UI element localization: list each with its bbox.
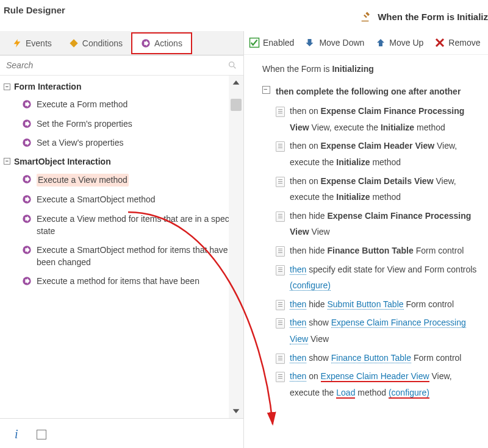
scroll-thumb[interactable] xyxy=(231,99,242,111)
move-up-button[interactable]: Move Up xyxy=(375,37,423,48)
tab-events[interactable]: Events xyxy=(4,34,60,53)
tree-item-label: Execute a View method for items that are… xyxy=(37,213,241,237)
tab-actions-label: Actions xyxy=(154,38,182,48)
tree-item-label: Set a View's properties xyxy=(37,137,124,149)
step-icon xyxy=(276,141,285,152)
step-icon xyxy=(276,177,285,187)
tree: −Form InteractionExecute a Form methodSe… xyxy=(0,76,243,293)
step-icon xyxy=(276,300,285,310)
left-panel: Events Conditions Actions −Form Interact… xyxy=(0,31,244,448)
scrollbar[interactable] xyxy=(229,76,243,418)
group-label: SmartObject Interaction xyxy=(14,157,111,166)
tree-item-label: Execute a Form method xyxy=(37,99,127,111)
rule-link[interactable]: then xyxy=(290,299,306,310)
svg-line-2 xyxy=(234,66,235,68)
tree-item-label: Execute a SmartObject method xyxy=(37,194,156,206)
tab-conditions-label: Conditions xyxy=(82,38,123,48)
tree-group-header[interactable]: −Form Interaction xyxy=(4,78,243,95)
enabled-label: Enabled xyxy=(263,38,294,48)
then-block: then complete the following one after an… xyxy=(262,84,479,402)
tree-group-header[interactable]: −SmartObject Interaction xyxy=(4,153,243,170)
rule-link[interactable]: Finance Button Table xyxy=(331,353,411,363)
tree-item-label: Execute a SmartObject method for items t… xyxy=(37,244,241,268)
rule-link[interactable]: Submit Button Table xyxy=(328,299,404,310)
rule-step[interactable]: then on Expense Claim Header View View, … xyxy=(276,367,479,402)
rule-step[interactable]: then specify edit state for View and For… xyxy=(276,260,479,295)
rule-link[interactable]: then xyxy=(290,353,306,363)
step-text: then show Finance Button Table Form cont… xyxy=(290,350,479,366)
tree-item[interactable]: Execute a SmartObject method for items t… xyxy=(4,241,243,272)
rule-link[interactable]: (configure) xyxy=(389,388,429,399)
step-icon xyxy=(276,246,285,257)
rule-link[interactable]: then xyxy=(290,265,306,275)
rule-step[interactable]: then hide Expense Claim Finance Processi… xyxy=(276,207,479,241)
search-icon[interactable] xyxy=(228,60,237,70)
tree-item[interactable]: Set the Form's properties xyxy=(4,115,243,134)
rule-title: When the Form is Initializing xyxy=(262,61,479,77)
then-header: then complete the following one after an… xyxy=(276,84,479,100)
tab-actions[interactable]: Actions xyxy=(131,32,192,54)
rule-step[interactable]: then show Expense Claim Finance Processi… xyxy=(276,313,479,348)
tree-item[interactable]: Set a View's properties xyxy=(4,133,243,153)
tree-item[interactable]: Execute a Form method xyxy=(4,95,243,115)
step-icon xyxy=(276,107,285,117)
tree-item[interactable]: Execute a View method xyxy=(4,170,243,191)
scroll-down-icon[interactable] xyxy=(229,404,243,418)
rule-link[interactable]: (configure) xyxy=(290,280,331,291)
steps-list: then on Expense Claim Finance Processing… xyxy=(276,102,479,402)
step-text: then on Expense Claim Finance Processing… xyxy=(290,103,479,135)
rule-step[interactable]: then on Expense Claim Finance Processing… xyxy=(276,102,479,137)
move-up-icon xyxy=(375,37,386,48)
square-icon[interactable] xyxy=(37,430,46,439)
rule-step[interactable]: then on Expense Claim Header View View, … xyxy=(276,137,479,171)
tree-item[interactable]: Execute a View method for items that are… xyxy=(4,210,243,241)
tree-item[interactable]: Execute a method for items that have bee… xyxy=(4,272,243,291)
step-icon xyxy=(276,372,285,382)
bolt-icon xyxy=(12,38,22,48)
info-icon[interactable]: i xyxy=(15,427,18,441)
tab-bar: Events Conditions Actions xyxy=(0,31,243,55)
rule-link[interactable]: then xyxy=(290,371,306,382)
group-label: Form Interaction xyxy=(14,82,81,91)
checkbox-icon xyxy=(249,37,260,48)
step-text: then show Expense Claim Finance Processi… xyxy=(290,315,479,347)
svg-point-1 xyxy=(229,62,234,67)
tree-item-label: Execute a method for items that have bee… xyxy=(37,276,199,288)
rule-step[interactable]: then show Finance Button Table Form cont… xyxy=(276,349,479,368)
step-text: then on Expense Claim Details View View,… xyxy=(290,173,479,205)
right-panel: When the Form is Initializ Enabled Move … xyxy=(244,31,488,448)
step-text: then hide Expense Claim Finance Processi… xyxy=(290,208,479,240)
scroll-track[interactable] xyxy=(229,90,243,404)
rule-step[interactable]: then hide Finance Button Table Form cont… xyxy=(276,241,479,260)
move-down-button[interactable]: Move Down xyxy=(305,37,364,48)
rule-state: Initializing xyxy=(332,64,373,74)
search-row xyxy=(0,55,243,76)
gavel-icon xyxy=(361,10,373,23)
step-text: then hide Finance Button Table Form cont… xyxy=(290,243,479,259)
rule-link[interactable]: Load xyxy=(336,388,355,399)
arrow-circle-icon xyxy=(141,38,151,48)
rule-link[interactable]: then xyxy=(290,318,306,328)
search-input[interactable] xyxy=(0,55,228,75)
step-text: then on Expense Claim Header View View, … xyxy=(290,138,479,170)
rule-body: When the Form is Initializing then compl… xyxy=(244,55,488,408)
tree-item-label: Execute a View method xyxy=(37,174,129,187)
tree-item[interactable]: Execute a SmartObject method xyxy=(4,190,243,210)
rule-prefix: When the Form is xyxy=(262,64,329,74)
right-header: When the Form is Initializ xyxy=(348,7,488,26)
rule-link[interactable]: Expense Claim Header View xyxy=(321,371,429,382)
step-icon xyxy=(276,354,285,364)
rule-step[interactable]: then on Expense Claim Details View View,… xyxy=(276,172,479,207)
scroll-up-icon[interactable] xyxy=(229,76,243,90)
step-text: then hide Submit Button Table Form contr… xyxy=(290,296,479,313)
info-row: i xyxy=(0,418,243,448)
collapse-icon[interactable]: − xyxy=(4,84,10,90)
tab-conditions[interactable]: Conditions xyxy=(60,34,131,53)
move-up-label: Move Up xyxy=(389,38,423,48)
enabled-toggle[interactable]: Enabled xyxy=(249,37,294,48)
remove-button[interactable]: Remove xyxy=(434,37,480,48)
rule-step[interactable]: then hide Submit Button Table Form contr… xyxy=(276,295,479,314)
move-down-icon xyxy=(305,37,316,48)
collapse-icon[interactable]: − xyxy=(4,158,10,165)
rule-link[interactable]: Expense Claim Finance Processing View xyxy=(290,318,466,344)
